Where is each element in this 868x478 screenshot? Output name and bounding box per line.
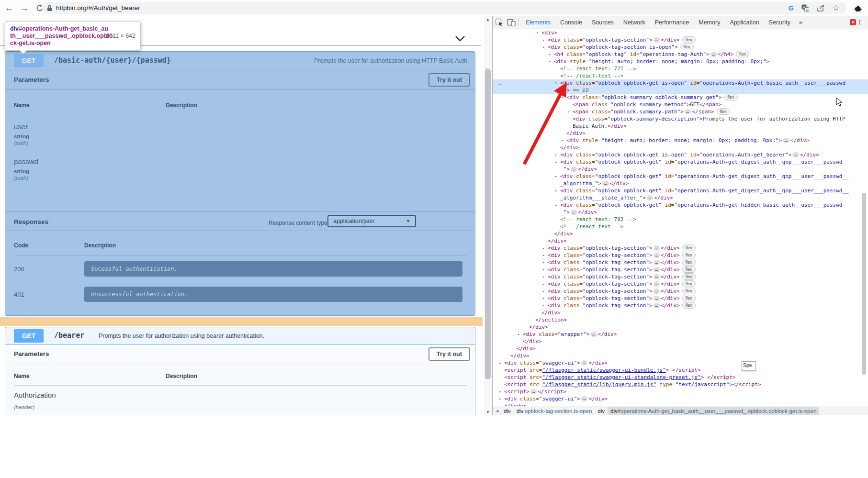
try-it-out-button[interactable]: Try it out (428, 347, 470, 361)
opblock-basic-auth-header[interactable]: GET /basic-auth/{user}/{passwd} Prompts … (5, 52, 475, 70)
devtools-dom-node[interactable]: ▾<div class="opblock-tag-section is-open… (493, 44, 868, 51)
translate-icon[interactable]: A a (801, 4, 809, 12)
expand-arrow-down-icon[interactable]: ▾ (542, 44, 548, 51)
url-text[interactable]: httpbin.org/#/Auth/get_bearer (56, 4, 789, 11)
ellipsis-expander[interactable]: … (581, 396, 587, 401)
expand-arrow-right-icon[interactable]: ▸ (542, 266, 548, 273)
devtools-dom-node[interactable]: ▸<script>…</script> (493, 388, 868, 395)
endpoint-path[interactable]: /basic-auth/{user}/{passwd} (54, 56, 171, 65)
flex-badge[interactable]: flex (724, 94, 738, 100)
tab-network[interactable]: Network (619, 16, 650, 29)
ellipsis-expander[interactable]: … (571, 210, 577, 215)
ellipsis-expander[interactable]: … (654, 37, 660, 43)
ellipsis-expander[interactable]: … (685, 109, 691, 114)
devtools-dom-node[interactable]: </div> (493, 230, 868, 237)
expand-arrow-right-icon[interactable]: ▸ (549, 51, 554, 58)
bookmark-star-icon[interactable]: ☆ (833, 3, 840, 13)
tab-sources[interactable]: Sources (587, 16, 619, 29)
devtools-dom-node[interactable]: </div> (493, 352, 868, 359)
tab-security[interactable]: Security (764, 16, 795, 29)
opblock-bearer-header[interactable]: GET /bearer Prompts the user for authori… (5, 327, 475, 345)
devtools-dom-node[interactable]: <script src="/flasgger_static/lib/jquery… (493, 381, 868, 388)
expand-arrow-right-icon[interactable]: ▸ (542, 288, 548, 295)
ellipsis-expander[interactable]: … (783, 138, 789, 143)
devtools-dom-node[interactable]: ▾<div style="height: auto; border: none;… (493, 58, 868, 65)
flex-badge[interactable]: flex (682, 295, 696, 301)
devtools-dom-node[interactable]: ▸<div class="swagger-ui">…</div> (493, 359, 868, 367)
flex-badge[interactable]: flex (680, 44, 694, 50)
devtools-dom-node[interactable]: ▸<div class="opblock-tag-section">…</div… (493, 252, 868, 259)
inspect-element-icon[interactable] (493, 17, 505, 28)
ellipsis-expander[interactable]: … (647, 195, 653, 200)
ellipsis-expander[interactable]: … (590, 332, 597, 337)
expand-arrow-right-icon[interactable]: ▸ (542, 273, 548, 280)
devtools-dom-node[interactable]: ▸<div class="opblock-tag-section">…</div… (493, 266, 868, 273)
devtools-dom-node[interactable]: </body> (493, 402, 868, 406)
devtools-dom-node[interactable]: </div> (493, 345, 868, 352)
tab-console[interactable]: Console (555, 16, 587, 29)
back-icon[interactable]: ← (3, 2, 15, 14)
devtools-dom-node[interactable]: ▸<div class="opblock-tag-section">…</div… (493, 273, 868, 280)
devtools-dom-node[interactable]: </div> (493, 237, 868, 245)
devtools-dom-node[interactable]: ▸<div class="opblock-tag-section">…</div… (493, 259, 868, 266)
breadcrumb-item[interactable]: div (501, 407, 514, 415)
expand-arrow-right-icon[interactable]: ▸ (555, 201, 560, 209)
devtools-dom-node[interactable]: </div> (493, 338, 868, 345)
flex-badge[interactable]: flex (682, 302, 696, 309)
devtools-dom-node[interactable]: ▸<div class="opblock-tag-section">…</div… (493, 295, 868, 302)
flex-badge[interactable]: flex (682, 259, 696, 266)
expand-arrow-right-icon[interactable]: ▸ (499, 395, 504, 402)
ellipsis-expander[interactable]: … (654, 253, 660, 258)
expand-arrow-right-icon[interactable]: ▸ (542, 245, 548, 252)
tab-memory[interactable]: Memory (694, 16, 725, 29)
breadcrumb-item[interactable]: div#operations-Auth-get_basic_auth__user… (608, 407, 819, 415)
scroll-up-icon[interactable]: ▲ (484, 16, 492, 22)
flex-badge[interactable]: flex (682, 288, 696, 294)
devtools-dom-node[interactable]: ▸<div class="opblock opblock-get" id="op… (493, 201, 868, 209)
opblock-basic-auth[interactable]: GET /basic-auth/{user}/{passwd} Prompts … (5, 51, 475, 316)
ellipsis-expander[interactable]: … (602, 181, 609, 186)
flex-badge[interactable]: flex (717, 108, 730, 115)
error-counter[interactable]: × 1 (850, 19, 861, 26)
devtools-dom-node[interactable]: _">…</div> (493, 209, 868, 216)
tab-performance[interactable]: Performance (650, 16, 694, 29)
extensions-puzzle-icon[interactable] (854, 3, 862, 14)
flex-badge[interactable]: flex (682, 36, 696, 43)
opblock-bearer[interactable]: GET /bearer Prompts the user for authori… (5, 327, 475, 415)
flex-badge[interactable]: flex (682, 245, 696, 251)
devtools-dom-node[interactable]: ▸<div class="opblock-tag-section">…</div… (493, 36, 868, 44)
expand-arrow-right-icon[interactable]: ▸ (499, 359, 504, 367)
breadcrumb-item[interactable]: div (595, 407, 608, 415)
ellipsis-expander[interactable]: … (654, 296, 660, 301)
devtools-dom-node[interactable]: </section> (493, 316, 868, 323)
devtools-dom-node[interactable]: </div> (493, 309, 868, 316)
devtools-dom-node[interactable]: <!-- react-text: 782 --> (493, 216, 868, 223)
expand-arrow-right-icon[interactable]: ▸ (542, 295, 548, 302)
ellipsis-expander[interactable]: … (581, 360, 587, 366)
devtools-dom-node[interactable]: _algorithm___stale_after_">…</div> (493, 194, 868, 201)
parameter-row[interactable]: passwdstring(path) (14, 157, 38, 181)
device-toolbar-icon[interactable] (505, 17, 518, 28)
ellipsis-expander[interactable]: … (654, 303, 660, 308)
collapse-chevron-icon[interactable] (455, 35, 465, 44)
scrollbar-thumb[interactable] (485, 68, 491, 379)
expand-arrow-right-icon[interactable]: ▸ (499, 388, 504, 395)
ellipsis-expander[interactable]: … (654, 260, 660, 265)
expand-arrow-right-icon[interactable]: ▸ (542, 280, 548, 288)
url-bar[interactable]: httpbin.org/#/Auth/get_bearer G A a ☆ (42, 2, 846, 14)
ellipsis-expander[interactable]: … (654, 274, 660, 279)
devtools-dom-node[interactable]: ▸<div class="opblock-tag-section">…</div… (493, 245, 868, 252)
devtools-dom-node[interactable]: ▸<div class="opblock-tag-section">…</div… (493, 302, 868, 309)
more-tabs-icon[interactable]: » (795, 19, 806, 26)
devtools-dom-node[interactable]: ▸<div class="wrapper">…</div> (493, 331, 868, 338)
share-icon[interactable] (817, 4, 825, 12)
endpoint-path[interactable]: /bearer (54, 331, 84, 340)
google-icon[interactable]: G (789, 4, 794, 12)
expand-arrow-down-icon[interactable]: ▾ (536, 29, 541, 36)
parameter-row[interactable]: userstring(path) (14, 122, 29, 146)
devtools-dom-node[interactable]: ▸<div class="opblock-tag-section">…</div… (493, 280, 868, 288)
devtools-dom-node[interactable]: </div> (493, 323, 868, 331)
expand-arrow-right-icon[interactable]: ▸ (542, 302, 548, 309)
scroll-down-icon[interactable]: ▼ (484, 409, 492, 415)
expand-arrow-right-icon[interactable]: ▸ (555, 187, 560, 194)
